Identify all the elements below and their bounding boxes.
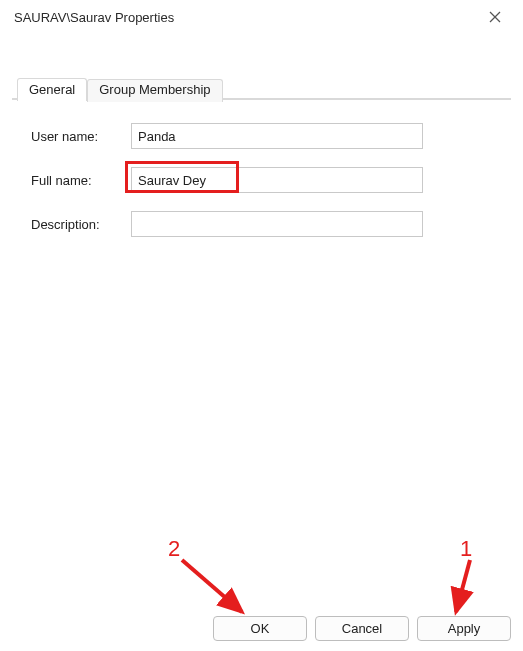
tab-group-membership[interactable]: Group Membership — [87, 79, 222, 102]
button-bar: OK Cancel Apply — [213, 616, 511, 641]
description-label: Description: — [31, 217, 131, 232]
svg-line-2 — [182, 560, 242, 612]
arrow-icon-2 — [168, 552, 258, 624]
dialog-body: General Group Membership User name: Full… — [12, 98, 511, 100]
fullname-input[interactable] — [131, 167, 423, 193]
username-label: User name: — [31, 129, 131, 144]
svg-line-3 — [456, 560, 470, 612]
annotation-number-2: 2 — [168, 536, 180, 562]
tab-general[interactable]: General — [17, 78, 87, 101]
annotation-number-1: 1 — [460, 536, 472, 562]
row-username: User name: — [31, 123, 492, 149]
apply-button[interactable]: Apply — [417, 616, 511, 641]
ok-button[interactable]: OK — [213, 616, 307, 641]
row-fullname: Full name: — [31, 167, 492, 193]
row-description: Description: — [31, 211, 492, 237]
close-icon — [489, 11, 501, 23]
arrow-icon-1 — [432, 552, 492, 624]
description-input[interactable] — [131, 211, 423, 237]
titlebar: SAURAV\Saurav Properties — [0, 0, 523, 34]
general-form: User name: Full name: Description: — [13, 99, 510, 265]
username-input[interactable] — [131, 123, 423, 149]
close-button[interactable] — [477, 3, 513, 31]
tab-strip: General Group Membership — [17, 77, 223, 100]
window-title: SAURAV\Saurav Properties — [14, 10, 174, 25]
cancel-button[interactable]: Cancel — [315, 616, 409, 641]
fullname-label: Full name: — [31, 173, 131, 188]
